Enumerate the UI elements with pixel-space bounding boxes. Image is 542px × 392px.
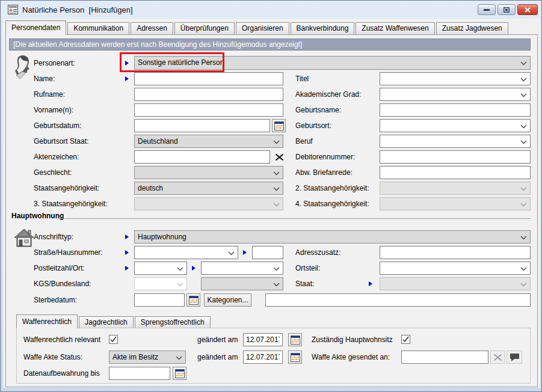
required-arrow-icon xyxy=(369,281,372,286)
chevron-down-icon xyxy=(520,203,527,207)
required-arrow-icon xyxy=(243,250,247,255)
sterbedatum-input[interactable] xyxy=(134,293,185,307)
chevron-down-icon xyxy=(520,267,527,271)
tab-jagdrechtlich[interactable]: Jagdrechtlich xyxy=(79,316,134,328)
geburtsort-staat-label: Geburtsort Staat: xyxy=(34,135,88,148)
staat-select xyxy=(380,277,531,290)
sterbedatum-calendar-button[interactable] xyxy=(186,293,200,307)
house-icon xyxy=(14,228,34,248)
datenaufbewahrung-calendar-button[interactable] xyxy=(173,367,186,380)
geburtsname-input[interactable] xyxy=(380,103,531,117)
geburtsort-select[interactable] xyxy=(380,119,531,132)
calendar-icon xyxy=(274,121,284,130)
kgs-label: KGS/Bundesland: xyxy=(34,277,91,290)
restore-button[interactable] xyxy=(497,4,516,15)
tab-organisieren[interactable]: Organisieren xyxy=(236,22,289,34)
kategorien-input[interactable] xyxy=(265,293,531,307)
akademischer-grad-select[interactable] xyxy=(380,88,531,101)
debitorennummer-input[interactable] xyxy=(380,150,531,164)
minimize-icon xyxy=(484,8,490,11)
geburtsort-staat-select[interactable]: Deutschland xyxy=(134,135,283,148)
strasse-select[interactable] xyxy=(134,246,238,259)
tab-zusatz-jagdwesen[interactable]: Zusatz Jagdwesen xyxy=(436,22,508,34)
waffenrechtlich-relevant-label: Waffenrechtlich relevant xyxy=(23,333,100,346)
ort-select[interactable] xyxy=(201,262,283,275)
zustaendig-label: Zuständig Hauptwohnsitz xyxy=(312,333,393,346)
geschlecht-select[interactable] xyxy=(134,166,283,179)
name-input[interactable] xyxy=(134,72,283,85)
chevron-down-icon xyxy=(228,251,235,256)
zustaendig-checkbox[interactable] xyxy=(401,335,410,344)
staatsangehoerigkeit-label: Staatsangehörigkeit: xyxy=(34,182,99,195)
close-button[interactable] xyxy=(517,4,538,15)
abw-briefanrede-input[interactable] xyxy=(380,166,531,179)
tab-zusatz-waffenwesen[interactable]: Zusatz Waffenwesen xyxy=(356,22,434,34)
calendar-icon xyxy=(175,369,185,378)
chevron-down-icon xyxy=(520,124,527,129)
plz-ort-label: Postleitzahl/Ort: xyxy=(34,262,85,275)
sterbedatum-label: Sterbedatum: xyxy=(34,293,77,307)
tab-adressen[interactable]: Adressen xyxy=(131,22,173,34)
anschrifttyp-select[interactable]: Hauptwohnung xyxy=(134,230,531,243)
geburtsort-label: Geburtsort: xyxy=(295,119,331,132)
geburtsdatum-calendar-button[interactable] xyxy=(272,119,286,132)
tab-ueberpruefungen[interactable]: Überprüfungen xyxy=(174,22,235,34)
geburtsname-label: Geburtsname: xyxy=(295,103,341,117)
bundesland-select[interactable] xyxy=(201,277,283,290)
beruf-select[interactable] xyxy=(380,135,531,148)
adresszusatz-label: Adresszusatz: xyxy=(295,246,340,259)
kategorien-button[interactable]: Kategorien... xyxy=(204,293,251,307)
akte-status-select[interactable]: Akte im Besitz xyxy=(109,351,186,364)
geaendert-am-date-2[interactable] xyxy=(243,351,283,364)
tab-kommunikation[interactable]: Kommunikation xyxy=(67,22,129,34)
chevron-down-icon xyxy=(520,236,527,240)
rufname-input[interactable] xyxy=(134,88,283,101)
chevron-down-icon xyxy=(177,267,183,271)
geaendert-am-date-1[interactable] xyxy=(243,333,283,346)
tab-bankverbindung[interactable]: Bankverbindung xyxy=(291,22,355,34)
geburtsdatum-input[interactable] xyxy=(134,119,270,132)
gesendet-an-comment-button[interactable] xyxy=(507,351,522,364)
chevron-down-icon xyxy=(177,283,183,287)
tab-sprengstoffrechtlich[interactable]: Sprengstoffrechtlich xyxy=(135,316,211,328)
hausnummer-input[interactable] xyxy=(252,246,283,259)
beruf-label: Beruf xyxy=(295,135,313,148)
required-arrow-icon xyxy=(192,266,196,271)
gesendet-an-input[interactable] xyxy=(401,351,488,364)
staatsangehoerigkeit-select[interactable]: deutsch xyxy=(134,182,283,195)
aktenzeichen-input[interactable] xyxy=(134,150,270,164)
title-bar[interactable]: Natürliche Person [Hinzufügen] xyxy=(1,1,541,19)
window-title: Natürliche Person [Hinzufügen] xyxy=(22,5,133,14)
titel-select[interactable] xyxy=(380,72,531,85)
abw-briefanrede-label: Abw. Briefanrede: xyxy=(295,166,353,179)
hint-banner: [Die aktuellen Adressdaten werden erst n… xyxy=(9,38,531,51)
person-icon xyxy=(14,55,33,82)
chevron-down-icon xyxy=(273,283,280,287)
required-arrow-icon xyxy=(125,76,129,81)
chevron-down-icon xyxy=(520,283,527,287)
staatsangehoerigkeit4-label: 4. Staatsangehörigkeit: xyxy=(295,197,369,210)
strasse-label: Straße/Hausnummer: xyxy=(34,246,103,259)
chevron-down-icon xyxy=(520,78,527,82)
adresszusatz-input[interactable] xyxy=(380,246,531,259)
vorname-input[interactable] xyxy=(134,103,283,117)
akte-status-value: Akte im Besitz xyxy=(112,353,158,361)
ortsteil-select[interactable] xyxy=(380,262,531,275)
datenaufbewahrung-input[interactable] xyxy=(109,367,170,380)
debitorennummer-label: Debitorennummer: xyxy=(295,150,355,164)
geaendert-am-label-2: geändert am xyxy=(197,351,238,364)
tab-personendaten[interactable]: Personendaten xyxy=(5,20,66,35)
geaendert-am-calendar-2[interactable] xyxy=(288,351,302,364)
required-arrow-icon xyxy=(125,250,129,255)
gesendet-an-clear-button[interactable] xyxy=(490,351,505,364)
aktenzeichen-clear-button[interactable] xyxy=(271,150,287,164)
waffenrechtlich-relevant-checkbox[interactable] xyxy=(109,335,118,344)
plz-select[interactable] xyxy=(134,262,187,275)
minimize-button[interactable] xyxy=(478,4,496,15)
staatsangehoerigkeit2-select xyxy=(380,182,531,195)
geburtsdatum-label: Geburtsdatum: xyxy=(34,119,81,132)
rufname-label: Rufname: xyxy=(34,88,65,101)
geaendert-am-calendar-1[interactable] xyxy=(288,333,302,346)
staatsangehoerigkeit-value: deutsch xyxy=(138,184,163,192)
tab-waffenrechtlich[interactable]: Waffenrechtlich xyxy=(16,314,78,328)
